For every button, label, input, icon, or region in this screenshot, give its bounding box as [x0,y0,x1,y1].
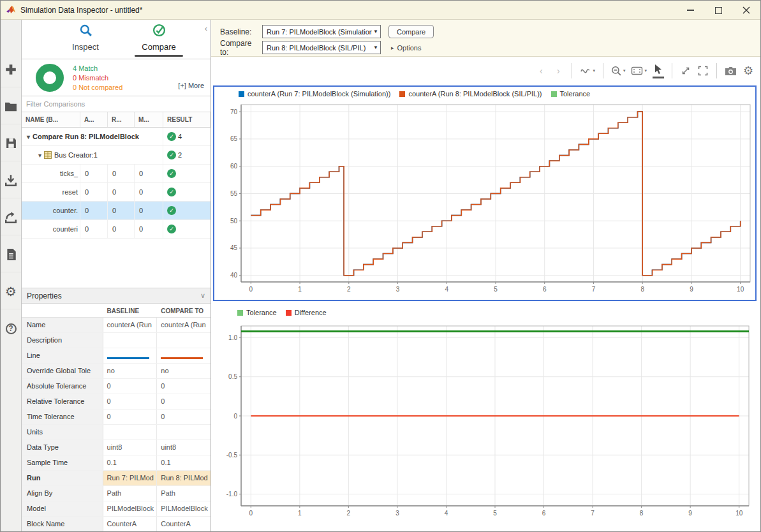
baseline-compare-plot[interactable]: 40455055606570012345678910 [214,101,754,299]
column-header[interactable]: A... [80,112,108,127]
property-row[interactable]: Override Global Tolenono [22,364,211,379]
x-tick-label: 7 [591,510,595,517]
preferences-button[interactable]: ⚙ [1,274,21,309]
fullscreen-button[interactable] [697,63,709,78]
legend-item[interactable]: Difference [286,309,327,316]
signal-trace-options-button[interactable]: ▾ [580,63,595,78]
compare-button[interactable]: Compare [388,25,434,38]
property-baseline-value: 0 [103,379,158,394]
compare-to-select[interactable]: Run 8: PILModelBlock (SIL/PIL) ▼ [262,41,381,54]
x-tick-label: 8 [640,510,644,517]
property-row[interactable]: Data Typeuint8uint8 [22,440,211,455]
tab-inspect[interactable]: Inspect [47,24,124,52]
maximize-button[interactable] [704,1,732,20]
table-row[interactable]: ▾Compare Run 8: PILModelBlock✓4 [22,128,211,146]
difference-plot[interactable]: 1.00.50-0.5-1.0012345678910 [213,320,757,526]
group-label-text: Compare Run 8: PILModelBlock [33,133,139,140]
save-button[interactable] [1,126,21,161]
properties-header[interactable]: Properties ∨ [22,288,211,304]
match-donut-chart [36,64,64,92]
close-button[interactable] [732,1,760,20]
open-button[interactable] [1,89,21,124]
column-header[interactable]: NAME (B... [22,112,80,127]
table-row[interactable]: counteri000✓ [22,220,211,239]
zoom-out-button[interactable]: ▾ [611,63,626,78]
bus-creator-icon [44,151,52,159]
properties-panel: Properties ∨ BASELINE COMPARE TO Namecou… [22,288,211,531]
tolerance-value: 0 [135,202,163,219]
property-row[interactable]: Block NameCounterACounterA [22,517,211,532]
collapse-panel-icon[interactable]: ‹ [205,24,207,33]
help-button[interactable]: ? [1,311,21,346]
minimize-button[interactable] [676,1,704,20]
window-title: Simulation Data Inspector - untitled* [20,6,142,15]
tree-expander-icon[interactable]: ▾ [27,133,30,140]
baseline-compare-chart[interactable]: counterA (Run 7: PILModelBlock (Simulati… [213,85,757,301]
save-icon [5,137,17,149]
export-button[interactable] [1,200,21,235]
property-row[interactable]: Line [22,348,211,364]
property-row[interactable]: Units [22,425,211,440]
column-header[interactable]: M... [135,112,163,127]
property-compare-value [157,333,211,348]
chevron-down-icon[interactable]: ∨ [200,292,205,300]
x-tick-label: 3 [396,286,400,293]
table-row[interactable]: ▾Bus Creator:1✓2 [22,146,211,165]
prev-comparison-button[interactable]: ‹ [535,63,547,78]
property-baseline-value: 0.1 [103,455,158,470]
tolerance-value: 0 [80,183,108,201]
x-tick-label: 2 [347,286,351,293]
table-row[interactable]: ticks_000✓ [22,165,211,183]
filter-comparisons-input[interactable] [22,96,211,112]
compare-check-icon [152,24,166,37]
legend-item[interactable]: counterA (Run 7: PILModelBlock (Simulati… [239,90,390,98]
legend-swatch [286,310,292,316]
tab-compare[interactable]: Compare [121,24,197,57]
property-row[interactable]: NamecounterA (RuncounterA (Run [22,318,211,333]
y-tick-label: 0.5 [228,373,237,380]
legend-item[interactable]: Tolerance [551,90,591,98]
x-tick-label: 6 [543,286,547,293]
more-link[interactable]: [+] More [178,82,204,89]
property-row[interactable]: ModelPILModelBlockPILModelBlock [22,501,211,517]
tree-expander-icon[interactable]: ▾ [38,152,41,159]
options-expander[interactable]: ▸ Options [391,44,421,52]
result-cell: ✓ [163,183,211,201]
property-row[interactable]: Relative Tolerance00 [22,394,211,410]
group-row-label: ▾Bus Creator:1 [22,146,163,164]
next-comparison-button[interactable]: › [552,63,564,78]
legend-item[interactable]: counterA (Run 8: PILModelBlock (SIL/PIL)… [399,90,542,98]
legend-item[interactable]: Tolerance [237,309,277,316]
fit-to-view-button[interactable]: ▾ [631,63,647,78]
property-label: Relative Tolerance [22,394,103,409]
plot-settings-button[interactable]: ⚙ [743,63,754,78]
property-row[interactable]: Description [22,333,211,348]
property-row[interactable]: Align ByPathPath [22,486,211,501]
difference-chart[interactable]: ToleranceDifference 1.00.50-0.5-1.001234… [213,306,758,529]
baseline-label: Baseline: [220,27,262,36]
pass-check-icon: ✓ [167,188,176,196]
property-row[interactable]: Time Tolerance00 [22,410,211,425]
dropdown-caret-icon: ▼ [373,29,378,34]
property-row[interactable]: RunRun 7: PILModRun 8: PILMod [22,471,211,486]
property-baseline-value: 0 [103,394,158,409]
add-run-button[interactable] [1,52,21,87]
legend-label: Tolerance [246,309,277,316]
x-tick-label: 4 [445,286,448,293]
window-controls [676,1,760,20]
table-row[interactable]: reset000✓ [22,183,211,202]
report-button[interactable] [1,237,21,272]
column-header[interactable]: RESULT [163,112,211,127]
plot-toolbar: ‹ › ▾ ▾ ▾ [211,57,760,85]
property-label: Run [22,471,103,485]
property-row[interactable]: Sample Time0.10.1 [22,455,211,471]
expand-plot-button[interactable] [680,63,691,78]
baseline-select[interactable]: Run 7: PILModelBlock (Simulation) ▼ [262,25,381,38]
import-button[interactable] [1,163,21,198]
property-baseline-value [103,425,158,440]
table-row[interactable]: counter.000✓ [22,202,211,220]
snapshot-button[interactable] [725,63,737,78]
property-row[interactable]: Absolute Tolerance00 [22,379,211,394]
column-header[interactable]: R... [108,112,135,127]
pointer-mode-button[interactable] [653,63,664,78]
